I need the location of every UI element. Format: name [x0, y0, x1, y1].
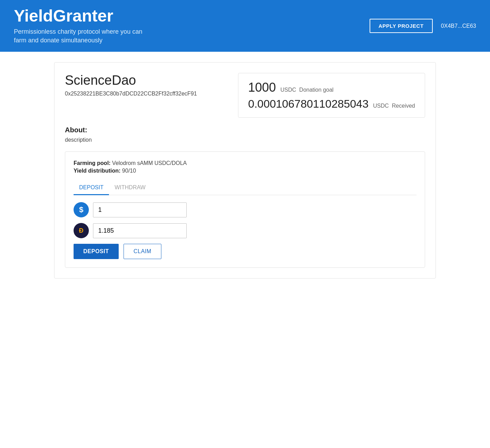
- tab-deposit[interactable]: DEPOSIT: [74, 181, 109, 195]
- farming-pool-value: Velodrom sAMM USDC/DOLA: [112, 160, 187, 166]
- donation-goal-unit: USDC: [280, 87, 296, 93]
- app-title: YieldGranter: [14, 7, 142, 25]
- farming-section: Farming pool: Velodrom sAMM USDC/DOLA Yi…: [65, 151, 425, 268]
- farming-pool-label: Farming pool:: [74, 160, 111, 166]
- project-address: 0x25238221BE3C80b7dDCD22CCB2Ff32cff32ecF…: [65, 91, 224, 97]
- tabs: DEPOSIT WITHDRAW: [74, 181, 416, 195]
- header-right: APPLY PROJECT 0X4B7...CE63: [370, 19, 476, 33]
- usdc-token-icon: $: [74, 202, 89, 217]
- donation-goal-label: Donation goal: [299, 87, 333, 93]
- donation-stats: 1000 USDC Donation goal 0.00010678011028…: [238, 73, 425, 118]
- donation-received-row: 0.000106780110285043 USDC Received: [248, 98, 415, 110]
- yield-dist-label: Yield distribution:: [74, 168, 120, 174]
- usdc-input-row: $: [74, 202, 416, 217]
- dola-input-row: Đ: [74, 223, 416, 238]
- donation-received-label: Received: [392, 103, 415, 109]
- donation-received-amount: 0.000106780110285043: [248, 98, 369, 110]
- claim-button[interactable]: CLAIM: [124, 244, 161, 259]
- donation-received-unit: USDC: [373, 103, 389, 109]
- action-buttons: DEPOSIT CLAIM: [74, 244, 416, 259]
- usdc-input[interactable]: [93, 202, 187, 217]
- about-section: About: description: [65, 126, 425, 143]
- input-section: $ Đ DEPOSIT CLAIM: [74, 202, 416, 259]
- tab-withdraw[interactable]: WITHDRAW: [109, 181, 151, 195]
- deposit-button[interactable]: DEPOSIT: [74, 244, 119, 259]
- project-header: ScienceDao 0x25238221BE3C80b7dDCD22CCB2F…: [65, 73, 425, 118]
- dola-input[interactable]: [93, 223, 187, 238]
- farming-pool-info: Farming pool: Velodrom sAMM USDC/DOLA: [74, 160, 416, 166]
- main-content: ScienceDao 0x25238221BE3C80b7dDCD22CCB2F…: [0, 52, 490, 448]
- about-description: description: [65, 137, 425, 143]
- donation-goal-row: 1000 USDC Donation goal: [248, 80, 415, 95]
- dola-token-icon: Đ: [74, 223, 89, 238]
- donation-goal-amount: 1000: [248, 80, 276, 94]
- project-name: ScienceDao: [65, 73, 224, 88]
- project-info: ScienceDao 0x25238221BE3C80b7dDCD22CCB2F…: [65, 73, 224, 97]
- header-left: YieldGranter Permissionless charity prot…: [14, 7, 142, 45]
- apply-project-button[interactable]: APPLY PROJECT: [370, 19, 433, 33]
- wallet-address: 0X4B7...CE63: [441, 23, 476, 29]
- usdc-symbol: $: [79, 205, 83, 214]
- yield-distribution-info: Yield distribution: 90/10: [74, 168, 416, 174]
- header: YieldGranter Permissionless charity prot…: [0, 0, 490, 52]
- dola-symbol: Đ: [79, 227, 84, 234]
- yield-dist-value: 90/10: [122, 168, 136, 174]
- project-card: ScienceDao 0x25238221BE3C80b7dDCD22CCB2F…: [54, 62, 436, 279]
- about-title: About:: [65, 126, 425, 134]
- app-subtitle: Permissionless charity protocol where yo…: [14, 27, 142, 45]
